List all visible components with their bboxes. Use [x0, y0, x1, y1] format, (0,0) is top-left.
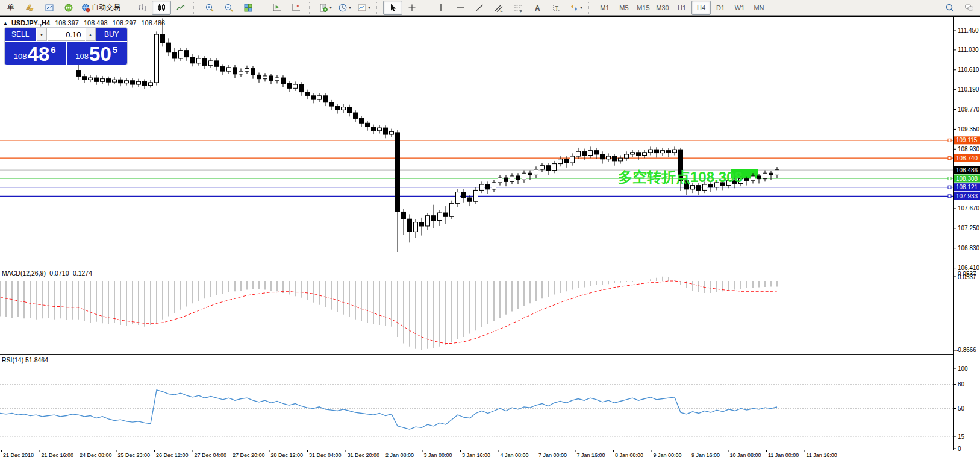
current-price-label: 108.486: [956, 167, 978, 174]
svg-text:25 Dec 23:00: 25 Dec 23:00: [118, 452, 151, 458]
svg-text:-0.8666: -0.8666: [956, 347, 976, 353]
chevron-down-icon[interactable]: ▾: [349, 5, 351, 10]
zoom-out-button[interactable]: [219, 1, 239, 15]
indicator-icon: [319, 3, 328, 13]
vertical-line-button[interactable]: [431, 1, 451, 15]
svg-text:24 Dec 08:00: 24 Dec 08:00: [80, 452, 112, 458]
globe-icon: [81, 3, 90, 13]
templates-button[interactable]: ▾: [354, 1, 373, 15]
buy-button[interactable]: BUY: [96, 28, 128, 41]
line-icon: [176, 3, 186, 13]
labelT-icon: T: [552, 3, 561, 13]
chart-canvas[interactable]: 111.450111.030110.610110.190109.770109.3…: [0, 0, 980, 463]
new-order-button[interactable]: 单: [1, 1, 20, 15]
timeframe-button-m1[interactable]: M1: [595, 1, 614, 15]
indicators-button[interactable]: ▾: [316, 1, 335, 15]
svg-text:107.250: 107.250: [958, 225, 980, 232]
textA-icon: A: [532, 3, 542, 13]
zoom-in-button[interactable]: [200, 1, 219, 15]
chevron-down-icon[interactable]: ▾: [329, 5, 332, 10]
volume-input[interactable]: 0.10: [48, 28, 85, 41]
chartwin-icon: [45, 3, 54, 13]
timeframe-button-h4[interactable]: H4: [691, 1, 711, 15]
svg-text:110.190: 110.190: [958, 86, 979, 93]
auto-scroll-button[interactable]: [267, 1, 287, 15]
search-icon: [945, 3, 955, 13]
candlestick-chart-button[interactable]: [152, 1, 171, 15]
chevron-down-icon[interactable]: ▾: [368, 5, 370, 10]
timeframe-button-w1[interactable]: W1: [730, 1, 749, 15]
bid-pip-digit: 6: [50, 45, 56, 55]
gold-bars-icon[interactable]: [20, 1, 40, 15]
timeframe-button-m30[interactable]: M30: [653, 1, 672, 15]
sell-price-button[interactable]: 108 48 6: [5, 42, 66, 65]
ohlc-close: 108.486: [141, 19, 165, 27]
timeframe-button-d1[interactable]: D1: [711, 1, 730, 15]
arrows-button[interactable]: ▾: [566, 1, 585, 15]
channel-icon: E: [494, 3, 504, 13]
chevron-down-icon[interactable]: ▾: [580, 5, 582, 10]
toolbar-button-label: H4: [697, 4, 705, 11]
collapse-panel-icon[interactable]: ▲: [3, 20, 8, 26]
search-button[interactable]: [940, 1, 960, 15]
gold-icon: [25, 3, 35, 13]
line-handle[interactable]: [948, 177, 951, 180]
vline-icon: [436, 3, 446, 13]
ohlc-low: 108.297: [113, 19, 137, 27]
toolbar-button-label: W1: [735, 4, 745, 11]
svg-text:21 Dec 16:00: 21 Dec 16:00: [42, 452, 74, 458]
volume-down-button[interactable]: ▼: [37, 28, 47, 41]
line-chart-button[interactable]: [171, 1, 190, 15]
equidistant-channel-button[interactable]: E: [489, 1, 508, 15]
svg-text:31 Dec 20:00: 31 Dec 20:00: [348, 452, 380, 458]
auto-trading-button[interactable]: 自动交易: [78, 1, 123, 15]
timeframe-button-m5[interactable]: M5: [614, 1, 634, 15]
cursor-button[interactable]: [383, 1, 402, 15]
toolbar-button-label: 单: [7, 2, 14, 13]
svg-text:4 Jan 08:00: 4 Jan 08:00: [501, 452, 529, 458]
clock-icon: [338, 3, 348, 13]
text-button[interactable]: A: [528, 1, 547, 15]
line-handle[interactable]: [948, 139, 951, 142]
svg-text:28 Dec 12:00: 28 Dec 12:00: [271, 452, 304, 458]
arrows-icon: [569, 3, 579, 13]
crosshair-button[interactable]: [402, 1, 422, 15]
cursor-icon: [388, 3, 398, 13]
chart-window-icon[interactable]: [40, 1, 59, 15]
trendline-button[interactable]: [470, 1, 489, 15]
svg-text:9 Jan 16:00: 9 Jan 16:00: [691, 452, 720, 458]
fibonacci-button[interactable]: F: [508, 1, 528, 15]
label-button[interactable]: T: [547, 1, 566, 15]
volume-up-button[interactable]: ▲: [86, 28, 96, 41]
chart-shift-button[interactable]: [287, 1, 306, 15]
bar-chart-button[interactable]: [133, 1, 152, 15]
timeframe-button-mn[interactable]: MN: [749, 1, 769, 15]
periods-button[interactable]: ▾: [335, 1, 354, 15]
timeframe-button-h1[interactable]: H1: [672, 1, 691, 15]
toolbar-separator: [588, 2, 593, 14]
buy-price-button[interactable]: 108 50 5: [67, 42, 128, 65]
sell-button[interactable]: SELL: [5, 28, 36, 41]
svg-text:15: 15: [958, 433, 965, 440]
annotation-text[interactable]: 多空转折点108.308: [618, 169, 743, 185]
symbol-timeframe-label: USDJPY-,H4: [11, 19, 50, 27]
chat-button[interactable]: [960, 1, 979, 15]
line-handle[interactable]: [948, 157, 951, 160]
tile-windows-button[interactable]: [239, 1, 258, 15]
line-handle[interactable]: [948, 186, 951, 189]
timeframe-button-m15[interactable]: M15: [634, 1, 653, 15]
autoscroll-icon: [272, 3, 282, 13]
line-handle[interactable]: [948, 195, 951, 198]
svg-text:11 Jan 00:00: 11 Jan 00:00: [768, 452, 799, 458]
svg-text:E: E: [501, 9, 503, 13]
shift-icon: [292, 3, 301, 13]
toolbar-separator: [261, 2, 265, 14]
toolbar-separator: [193, 2, 198, 14]
toolbar-button-label: M1: [600, 4, 609, 11]
ask-big-digits: 50: [89, 45, 111, 63]
horizontal-line-button[interactable]: [451, 1, 470, 15]
zoomout-icon: [224, 3, 234, 13]
signal-icon[interactable]: [59, 1, 78, 15]
svg-text:2 Jan 08:00: 2 Jan 08:00: [385, 452, 414, 458]
svg-text:108.930: 108.930: [958, 146, 980, 153]
